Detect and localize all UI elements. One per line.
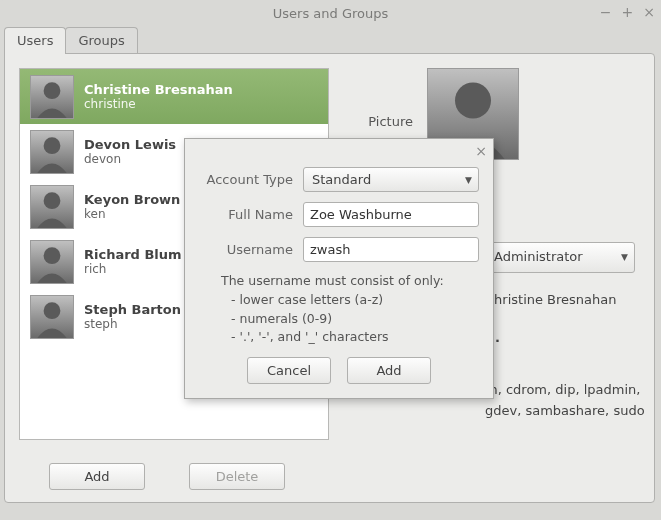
account-type-dropdown[interactable]: Administrator [485,242,635,273]
window-title: Users and Groups [273,6,388,21]
maximize-icon[interactable]: + [622,4,634,20]
dialog-close-icon[interactable]: × [475,143,487,159]
window: Users and Groups − + × Users Groups Chri… [0,0,661,520]
dlg-username-label: Username [199,242,293,257]
dlg-account-type-value: Standard [312,172,371,187]
minimize-icon[interactable]: − [600,4,612,20]
dlg-hint: The username must consist of only: - low… [221,272,479,347]
user-name: Devon Lewis [84,137,176,152]
tab-groups[interactable]: Groups [65,27,137,54]
add-button[interactable]: Add [49,463,145,490]
dlg-account-type-dropdown[interactable]: Standard [303,167,479,192]
delete-button[interactable]: Delete [189,463,285,490]
user-text: Christine Bresnahan christine [84,82,233,111]
user-login: steph [84,317,181,331]
svg-point-5 [44,192,61,209]
svg-point-11 [455,83,491,119]
user-name: Richard Blum [84,247,182,262]
avatar [30,295,74,339]
dlg-add-button[interactable]: Add [347,357,431,384]
user-name: Steph Barton [84,302,181,317]
tab-bar: Users Groups [0,26,661,53]
titlebar: Users and Groups − + × [0,0,661,26]
avatar [30,240,74,284]
user-name: Christine Bresnahan [84,82,233,97]
detail-groups: m, cdrom, dip, lpadmin, gdev, sambashare… [485,380,655,422]
user-name: Keyon Brown [84,192,180,207]
dlg-cancel-button[interactable]: Cancel [247,357,331,384]
detail-full-name: Christine Bresnahan [485,290,617,311]
user-login: ken [84,207,180,221]
avatar [30,75,74,119]
user-login: devon [84,152,176,166]
hint-line: - '.', '-', and '_' characters [231,328,479,347]
dlg-account-type-label: Account Type [199,172,293,187]
dlg-username-input[interactable] [303,237,479,262]
svg-point-9 [44,302,61,319]
bottom-buttons: Add Delete [49,463,285,490]
dlg-fullname-input[interactable] [303,202,479,227]
user-login: rich [84,262,182,276]
hint-title: The username must consist of only: [221,272,479,291]
svg-point-7 [44,247,61,264]
user-login: christine [84,97,233,111]
svg-point-1 [44,82,61,99]
window-controls: − + × [600,4,655,20]
avatar [30,130,74,174]
picture-label: Picture [349,114,413,129]
add-user-dialog: × Account Type Standard Full Name Userna… [184,138,494,399]
dlg-fullname-label: Full Name [199,207,293,222]
close-icon[interactable]: × [643,4,655,20]
hint-line: - lower case letters (a-z) [231,291,479,310]
account-type-value: Administrator [494,249,583,264]
dialog-buttons: Cancel Add [199,357,479,384]
svg-point-3 [44,137,61,154]
avatar [30,185,74,229]
tab-users[interactable]: Users [4,27,66,54]
hint-line: - numerals (0-9) [231,310,479,329]
list-item[interactable]: Christine Bresnahan christine [20,69,328,124]
